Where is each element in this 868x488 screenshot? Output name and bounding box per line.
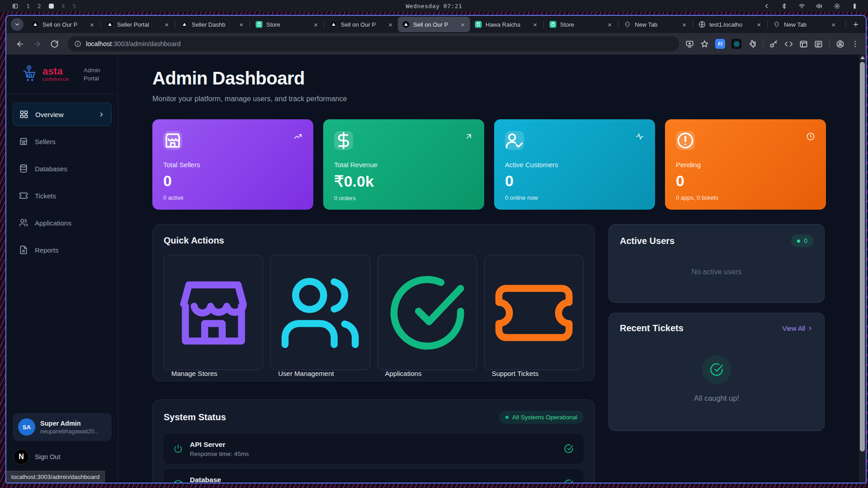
workspace-active-indicator[interactable] (49, 4, 54, 9)
avatar: SA (18, 418, 35, 436)
link-status-bar: localhost:3003/admin/dashboard (6, 471, 105, 483)
reading-list-icon[interactable] (814, 40, 823, 48)
tab-close-icon[interactable]: × (88, 20, 96, 29)
store-favicon-icon (255, 21, 263, 28)
browser-tab-8[interactable]: New Tab× (619, 17, 692, 32)
arrow-up-right-icon (464, 132, 473, 141)
menu-dots-icon[interactable] (851, 40, 859, 48)
workspace-2[interactable]: 2 (38, 3, 41, 9)
check-circle-icon (709, 362, 724, 377)
scroll-up-arrow-icon[interactable] (860, 56, 865, 59)
quick-action-applications[interactable]: Applications (377, 255, 477, 370)
browser-tab-active[interactable]: Sell on Our P× (398, 17, 470, 32)
address-bar[interactable]: localhost:3003/admin/dashboard (68, 36, 679, 52)
sidebar-item-overview[interactable]: Overview (13, 103, 112, 126)
check-circle-icon (564, 479, 574, 483)
grid-icon (19, 110, 28, 119)
sidebar-item-sellers[interactable]: Sellers (13, 130, 112, 153)
tab-search-button[interactable] (11, 18, 24, 31)
file-text-icon (19, 245, 28, 254)
workspace-1[interactable]: 1 (26, 3, 30, 9)
tab-close-icon[interactable]: × (755, 20, 763, 29)
stat-label: Pending (676, 161, 815, 169)
workspace-5[interactable]: 5 (72, 3, 76, 9)
tab-close-icon[interactable]: × (459, 20, 467, 29)
tab-label: test1.localho (709, 21, 751, 28)
browser-tab-7[interactable]: Store× (545, 17, 617, 32)
stat-label: Active Customers (505, 161, 644, 169)
stat-value: 0 (676, 172, 815, 190)
browser-tab-6[interactable]: Hawa Raicha× (470, 17, 542, 32)
sidebar-panel-icon[interactable] (799, 40, 808, 48)
tab-label: Seller Portal (117, 21, 159, 28)
tab-separator (767, 21, 768, 28)
extension-fi-icon[interactable]: FI (715, 39, 725, 49)
sidebar-item-reports[interactable]: Reports (13, 238, 112, 262)
brave-favicon-icon (624, 21, 631, 28)
tab-label: Hawa Raicha (486, 21, 528, 28)
reload-button[interactable] (47, 37, 61, 51)
bookmark-star-icon[interactable] (700, 40, 709, 48)
browser-tab-1[interactable]: Seller Portal× (102, 17, 174, 32)
sidebar-item-label: Sellers (35, 138, 56, 145)
forward-button[interactable] (30, 37, 44, 51)
extensions-puzzle-icon[interactable] (748, 40, 756, 48)
arrow-left-icon (16, 40, 24, 48)
browser-tab-3[interactable]: Store× (251, 17, 323, 32)
browser-tab-2[interactable]: Seller Dashb× (176, 17, 249, 32)
back-button[interactable] (13, 37, 27, 51)
nextjs-badge-icon[interactable]: N (14, 449, 29, 465)
tab-close-icon[interactable]: × (531, 20, 539, 29)
page-subtitle: Monitor your platform, manage users, and… (152, 95, 843, 103)
view-all-link[interactable]: View All (782, 325, 813, 332)
sidebar-item-label: Overview (35, 111, 64, 118)
battery-icon (851, 3, 858, 9)
user-name: Super Admin (40, 420, 99, 427)
stat-label: Total Sellers (163, 161, 302, 169)
user-email: neupanebhagawati20... (40, 428, 99, 435)
extension-react-icon[interactable] (731, 39, 741, 49)
tab-close-icon[interactable]: × (680, 20, 688, 29)
tab-close-icon[interactable]: × (163, 20, 170, 29)
sidebar-item-databases[interactable]: Databases (13, 157, 112, 180)
active-users-title: Active Users (620, 236, 675, 246)
recent-tickets-empty: All caught up! (694, 394, 739, 403)
quick-action-label: Support Tickets (492, 370, 576, 377)
wallet-key-icon[interactable] (769, 40, 778, 48)
quick-action-support-tickets[interactable]: Support Tickets (484, 255, 584, 370)
workspace-4[interactable]: 4 (61, 3, 65, 9)
tab-close-icon[interactable]: × (606, 20, 613, 29)
quick-action-user-management[interactable]: User Management (270, 255, 370, 370)
check-circle-icon (564, 444, 574, 454)
workspace-indicators: 1245 (12, 3, 76, 9)
brand: asta commerce (42, 66, 69, 82)
tab-close-icon[interactable]: × (312, 20, 320, 29)
site-info-icon[interactable] (74, 40, 81, 47)
code-icon[interactable] (784, 40, 793, 48)
browser-tab-10[interactable]: New Tab× (769, 17, 841, 32)
tab-label: Store (266, 21, 308, 28)
tab-close-icon[interactable]: × (237, 20, 245, 29)
stat-sub: 0 orders (334, 195, 473, 202)
sidebar-item-label: Reports (35, 246, 59, 254)
browser-tab-0[interactable]: Sell on Our P× (27, 17, 99, 32)
sidebar-item-applications[interactable]: Applications (13, 211, 112, 235)
new-tab-button[interactable] (849, 18, 862, 31)
vercel-favicon-icon (330, 21, 337, 28)
page-scrollbar[interactable] (859, 55, 866, 483)
tab-close-icon[interactable]: × (387, 20, 394, 29)
profile-icon[interactable] (836, 40, 844, 48)
scrollbar-thumb[interactable] (860, 62, 865, 451)
quick-action-label: User Management (278, 370, 362, 377)
tab-close-icon[interactable]: × (830, 20, 837, 29)
install-icon[interactable] (685, 40, 694, 48)
vercel-favicon-icon (402, 21, 410, 28)
browser-tab-9[interactable]: test1.localho× (694, 17, 766, 32)
fan-icon (834, 3, 840, 9)
sidebar-item-tickets[interactable]: Tickets (13, 184, 112, 207)
users-icon (19, 218, 28, 227)
quick-action-manage-stores[interactable]: Manage Stores (164, 255, 263, 370)
sign-out-button[interactable]: N Sign Out (13, 449, 112, 465)
browser-tab-4[interactable]: Sell on Our P× (326, 17, 398, 32)
store-icon (171, 263, 255, 362)
